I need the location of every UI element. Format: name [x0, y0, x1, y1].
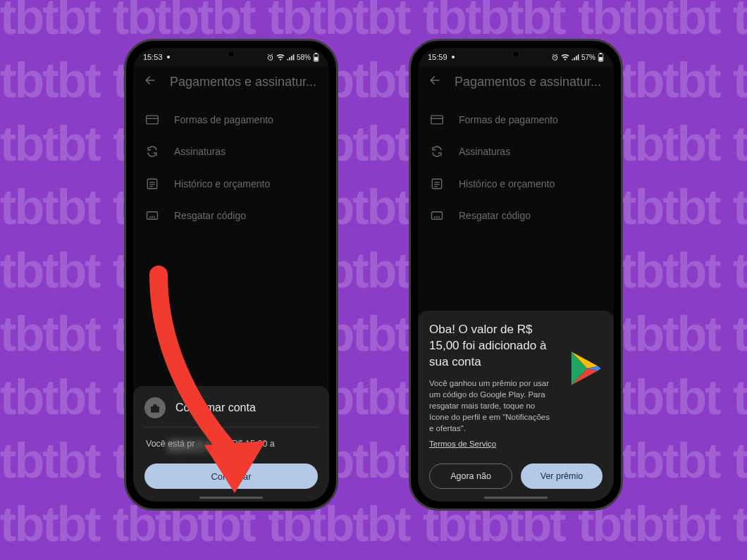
view-prize-label: Ver prêmio	[541, 471, 583, 481]
menu-item-payment-methods[interactable]: Formas de pagamento	[133, 104, 329, 135]
menu-label: Resgatar código	[459, 210, 531, 221]
menu-item-redeem-code[interactable]: Resgatar código	[418, 200, 614, 231]
svg-point-15	[152, 217, 153, 218]
page-title: Pagamentos e assinatur...	[455, 75, 601, 89]
menu-label: Assinaturas	[174, 146, 226, 157]
menu-label: Resgatar código	[174, 210, 246, 221]
svg-point-14	[150, 217, 151, 218]
menu-item-history-budget[interactable]: Histórico e orçamento	[418, 168, 614, 200]
menu-item-subscriptions[interactable]: Assinaturas	[133, 135, 329, 168]
redacted-blur	[167, 440, 245, 452]
menu-list: Formas de pagamento Assinaturas Históric…	[418, 100, 614, 235]
sheet-body: Você está pr a a R$ 15,00 a	[144, 428, 318, 454]
nav-bar-indicator	[199, 497, 263, 499]
svg-point-16	[154, 217, 155, 218]
wifi-icon	[276, 54, 285, 61]
notification-dot-icon	[450, 54, 456, 60]
code-box-icon	[429, 211, 445, 220]
menu-label: Formas de pagamento	[174, 114, 273, 125]
svg-rect-23	[431, 116, 443, 124]
menu-label: Histórico e orçamento	[459, 178, 555, 189]
svg-rect-17	[151, 406, 159, 408]
back-arrow-icon[interactable]	[428, 73, 442, 90]
page-title: Pagamentos e assinatur...	[170, 75, 316, 89]
svg-point-30	[435, 217, 436, 218]
confirm-account-sheet: Confirmar conta Você está pr a a R$ 15,0…	[133, 386, 329, 502]
not-now-button[interactable]: Agora não	[429, 463, 512, 489]
camera-hole	[512, 51, 519, 58]
battery-text: 57%	[581, 54, 595, 61]
alarm-icon	[551, 54, 559, 61]
not-now-label: Agora não	[450, 471, 491, 481]
wifi-icon	[561, 54, 569, 61]
svg-rect-25	[432, 179, 442, 189]
menu-label: Assinaturas	[459, 146, 510, 157]
card-icon	[144, 114, 160, 125]
sheet-body: Você ganhou um prêmio por usar um código…	[429, 378, 555, 434]
phone-left: 15:53 58% Pagam	[124, 39, 338, 511]
signal-icon	[572, 54, 579, 61]
status-time: 15:53	[143, 53, 163, 61]
status-time: 15:59	[428, 53, 447, 61]
menu-label: Histórico e orçamento	[174, 178, 270, 189]
svg-point-18	[452, 56, 455, 58]
phone-right: 15:59 57% Pagam	[409, 39, 623, 511]
refresh-icon	[144, 145, 160, 158]
svg-point-32	[439, 217, 440, 218]
sheet-title: Confirmar conta	[175, 402, 256, 414]
menu-item-subscriptions[interactable]: Assinaturas	[418, 135, 614, 168]
credit-added-sheet: Oba! O valor de R$ 15,00 foi adicionado …	[418, 311, 614, 502]
battery-icon	[598, 53, 604, 62]
google-play-icon	[564, 349, 603, 387]
menu-item-history-budget[interactable]: Histórico e orçamento	[133, 168, 329, 200]
menu-item-redeem-code[interactable]: Resgatar código	[133, 200, 329, 231]
wallet-icon	[144, 397, 166, 418]
notification-dot-icon	[166, 54, 171, 60]
svg-rect-6	[314, 56, 318, 61]
confirm-button-label: Confirmar	[211, 471, 251, 482]
svg-rect-21	[600, 53, 602, 54]
svg-rect-29	[432, 212, 443, 220]
battery-text: 58%	[297, 54, 311, 61]
menu-label: Formas de pagamento	[459, 114, 558, 125]
svg-rect-13	[147, 212, 158, 220]
confirm-button[interactable]: Confirmar	[144, 463, 318, 489]
view-prize-button[interactable]: Ver prêmio	[521, 463, 603, 489]
terms-of-service-link[interactable]: Termos de Serviço	[429, 440, 496, 448]
alarm-icon	[266, 54, 274, 61]
menu-item-payment-methods[interactable]: Formas de pagamento	[418, 104, 614, 135]
signal-icon	[287, 54, 295, 61]
list-icon	[429, 178, 445, 190]
svg-point-2	[167, 56, 170, 58]
svg-rect-9	[147, 179, 157, 189]
battery-icon	[313, 53, 319, 62]
refresh-icon	[429, 145, 445, 158]
camera-hole	[228, 51, 235, 58]
svg-point-31	[437, 217, 438, 218]
svg-rect-7	[147, 116, 159, 124]
list-icon	[144, 178, 160, 190]
back-arrow-icon[interactable]	[143, 73, 157, 90]
svg-rect-22	[599, 56, 603, 60]
code-box-icon	[144, 211, 160, 220]
nav-bar-indicator	[484, 497, 548, 499]
menu-list: Formas de pagamento Assinaturas Históric…	[133, 100, 329, 235]
svg-rect-5	[315, 53, 317, 54]
card-icon	[429, 114, 445, 125]
